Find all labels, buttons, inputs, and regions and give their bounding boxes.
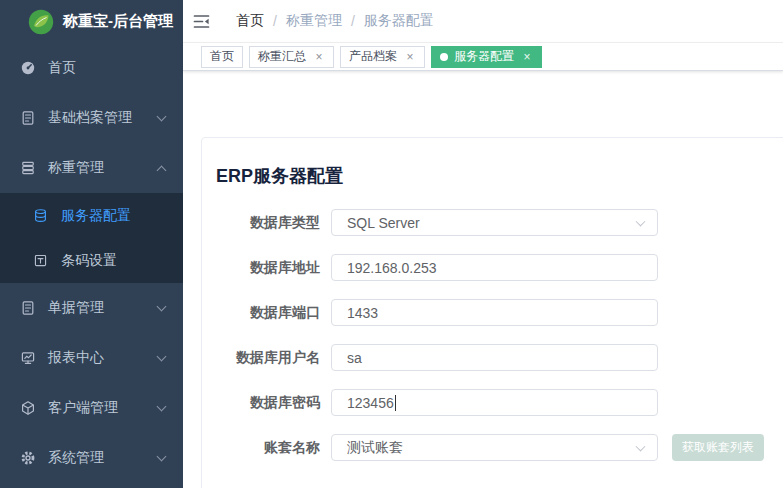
tab-close-icon[interactable] — [404, 51, 416, 63]
gear-icon — [20, 450, 36, 466]
cube-icon — [20, 400, 36, 416]
sidebar-item-label: 报表中心 — [48, 349, 104, 367]
sidebar-subitem-barcode-settings[interactable]: 条码设置 — [0, 238, 183, 283]
document-icon — [20, 110, 36, 126]
erp-config-card: ERP服务器配置 数据库类型 SQL Server 数据库地址 192.168.… — [201, 137, 783, 488]
fetch-account-list-button[interactable]: 获取账套列表 — [672, 434, 764, 461]
tags-view-bar: 首页 称重汇总 产品档案 服务器配置 — [183, 43, 783, 71]
db-username-label: 数据库用户名 — [216, 344, 320, 371]
breadcrumb-weighing-management: 称重管理 — [286, 12, 342, 30]
sidebar-item-home[interactable]: 首页 — [0, 43, 183, 93]
chevron-down-icon — [157, 351, 167, 361]
db-username-input[interactable]: sa — [331, 344, 658, 371]
chevron-up-icon — [157, 165, 167, 175]
page-title: ERP服务器配置 — [216, 164, 772, 188]
sidebar: 称重宝-后台管理 首页 基础档案管理 称重管理 — [0, 0, 183, 488]
db-port-row: 数据库端口 1433 — [216, 299, 772, 326]
sidebar-item-system-management[interactable]: 系统管理 — [0, 433, 183, 483]
breadcrumb-server-config: 服务器配置 — [364, 12, 434, 30]
db-address-label: 数据库地址 — [216, 254, 320, 281]
db-port-label: 数据库端口 — [216, 299, 320, 326]
select-chevron-icon — [636, 216, 646, 226]
app-title: 称重宝-后台管理 — [63, 12, 173, 31]
hamburger-icon[interactable] — [193, 13, 210, 30]
tab-label: 产品档案 — [349, 48, 397, 65]
sidebar-item-report-center[interactable]: 报表中心 — [0, 333, 183, 383]
tab-weighing-summary[interactable]: 称重汇总 — [249, 46, 334, 68]
text-caret — [395, 395, 396, 411]
db-address-value: 192.168.0.253 — [347, 260, 437, 276]
db-type-select[interactable]: SQL Server — [331, 209, 658, 236]
db-address-row: 数据库地址 192.168.0.253 — [216, 254, 772, 281]
db-username-row: 数据库用户名 sa — [216, 344, 772, 371]
sidebar-item-basic-archives[interactable]: 基础档案管理 — [0, 93, 183, 143]
chevron-down-icon — [157, 401, 167, 411]
breadcrumb-home[interactable]: 首页 — [236, 12, 264, 30]
weighing-submenu: 服务器配置 条码设置 — [0, 193, 183, 283]
sidebar-item-label: 首页 — [48, 59, 76, 77]
sidebar-subitem-label: 服务器配置 — [61, 207, 131, 225]
main-area: 首页 / 称重管理 / 服务器配置 首页 称重汇总 产品档案 服务器配置 — [183, 0, 783, 488]
tab-label: 首页 — [210, 48, 234, 65]
account-set-row: 账套名称 测试账套 获取账套列表 — [216, 434, 772, 461]
db-password-value: 123456 — [347, 395, 394, 411]
active-tab-dot — [440, 53, 448, 61]
tab-server-config[interactable]: 服务器配置 — [431, 46, 542, 68]
sidebar-item-label: 基础档案管理 — [48, 109, 132, 127]
top-navbar: 首页 / 称重管理 / 服务器配置 — [183, 0, 783, 43]
tab-close-icon[interactable] — [313, 51, 325, 63]
db-port-value: 1433 — [347, 305, 378, 321]
sidebar-item-orders-management[interactable]: 单据管理 — [0, 283, 183, 333]
db-port-input[interactable]: 1433 — [331, 299, 658, 326]
report-monitor-icon — [20, 350, 36, 366]
account-set-select[interactable]: 测试账套 — [331, 434, 658, 461]
db-type-row: 数据库类型 SQL Server — [216, 209, 772, 236]
db-password-input[interactable]: 123456 — [331, 389, 658, 416]
sidebar-item-weighing-management[interactable]: 称重管理 — [0, 143, 183, 193]
breadcrumb-separator: / — [351, 13, 355, 29]
sidebar-subitem-server-config[interactable]: 服务器配置 — [0, 193, 183, 238]
db-address-input[interactable]: 192.168.0.253 — [331, 254, 658, 281]
page-content: ERP服务器配置 数据库类型 SQL Server 数据库地址 192.168.… — [183, 71, 783, 488]
bill-icon — [20, 300, 36, 316]
sidebar-item-label: 单据管理 — [48, 299, 104, 317]
tab-label: 服务器配置 — [454, 48, 514, 65]
sidebar-item-label: 系统管理 — [48, 449, 104, 467]
breadcrumb-separator: / — [273, 13, 277, 29]
sidebar-subitem-label: 条码设置 — [61, 252, 117, 270]
app-root: 称重宝-后台管理 首页 基础档案管理 称重管理 — [0, 0, 783, 488]
sidebar-item-label: 客户端管理 — [48, 399, 118, 417]
dashboard-icon — [20, 60, 36, 76]
account-set-label: 账套名称 — [216, 434, 320, 461]
db-type-label: 数据库类型 — [216, 209, 320, 236]
select-chevron-icon — [636, 441, 646, 451]
tab-label: 称重汇总 — [258, 48, 306, 65]
account-set-value: 测试账套 — [347, 439, 403, 457]
sidebar-item-label: 称重管理 — [48, 159, 104, 177]
tab-product-archives[interactable]: 产品档案 — [340, 46, 425, 68]
db-password-row: 数据库密码 123456 — [216, 389, 772, 416]
app-logo: 称重宝-后台管理 — [0, 0, 183, 43]
sidebar-item-client-management[interactable]: 客户端管理 — [0, 383, 183, 433]
barcode-text-icon — [33, 253, 48, 268]
db-password-label: 数据库密码 — [216, 389, 320, 416]
breadcrumb: 首页 / 称重管理 / 服务器配置 — [236, 12, 434, 30]
tab-close-icon[interactable] — [521, 51, 533, 63]
db-type-value: SQL Server — [347, 215, 420, 231]
server-icon — [20, 160, 36, 176]
chevron-down-icon — [157, 451, 167, 461]
tab-home[interactable]: 首页 — [201, 46, 243, 68]
db-username-value: sa — [347, 350, 362, 366]
chevron-down-icon — [157, 111, 167, 121]
leaf-logo-icon — [28, 9, 54, 35]
database-icon — [33, 208, 48, 223]
chevron-down-icon — [157, 301, 167, 311]
